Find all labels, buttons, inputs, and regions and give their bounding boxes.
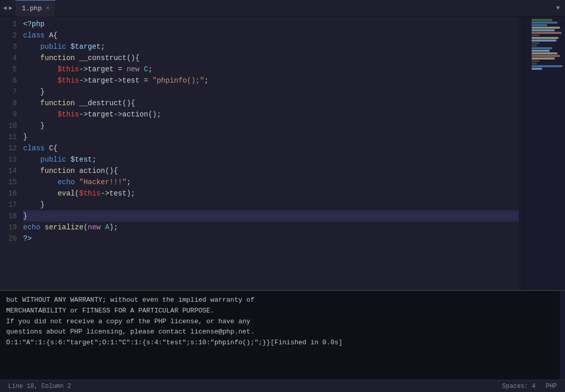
tab-close-button[interactable]: ×	[46, 6, 49, 11]
terminal-line: O:1:"A":1:{s:6:"target";O:1:"C":1:{s:4:"…	[6, 338, 554, 348]
code-line: function __destruct(){	[23, 97, 519, 109]
editor-scrollbar[interactable]	[519, 16, 524, 290]
line-numbers: 1234567891011121314151617181920	[0, 18, 23, 290]
tab-bar: ◀ ▶ 1.php × ▼	[0, 0, 565, 16]
line-number: 18	[0, 210, 17, 222]
terminal-line: but WITHOUT ANY WARRANTY; without even t…	[6, 295, 554, 306]
code-line: echo serialize(new A);	[23, 222, 519, 233]
line-number: 14	[0, 165, 17, 177]
line-number: 8	[0, 97, 17, 109]
code-line: }	[23, 120, 519, 131]
line-number: 10	[0, 120, 17, 131]
line-number: 4	[0, 52, 17, 64]
line-number: 12	[0, 143, 17, 154]
terminal-line: MERCHANTABILITY or FITNESS FOR A PARTICU…	[6, 306, 554, 317]
code-line: ?>	[23, 233, 519, 244]
line-number: 9	[0, 109, 17, 120]
terminal-line: If you did not receive a copy of the PHP…	[6, 317, 554, 327]
code-line: }	[23, 86, 519, 97]
code-line: <?php	[23, 18, 519, 30]
code-line: $this->target->action();	[23, 109, 519, 120]
tab-arrow-left-icon[interactable]: ◀	[3, 4, 7, 12]
line-number: 13	[0, 154, 17, 165]
line-number: 20	[0, 233, 17, 244]
code-line: function action(){	[23, 165, 519, 177]
line-number: 2	[0, 30, 17, 41]
line-number: 1	[0, 18, 17, 30]
terminal-area: but WITHOUT ANY WARRANTY; without even t…	[0, 290, 565, 380]
line-number: 3	[0, 41, 17, 52]
line-number: 11	[0, 131, 17, 143]
terminal-line: questions about PHP licensing, please co…	[6, 327, 554, 338]
terminal-output: but WITHOUT ANY WARRANTY; without even t…	[0, 291, 560, 380]
tab-arrow-right-icon[interactable]: ▶	[9, 4, 12, 12]
tab-1php[interactable]: 1.php ×	[15, 0, 56, 16]
code-line: }	[23, 199, 519, 210]
line-number: 6	[0, 75, 17, 86]
code-line: }	[23, 210, 519, 222]
editor-area: 1234567891011121314151617181920 <?phpcla…	[0, 16, 565, 290]
tab-navigation[interactable]: ◀ ▶	[0, 4, 15, 12]
minimap-preview	[532, 19, 562, 81]
line-number: 15	[0, 177, 17, 188]
tab-label: 1.php	[22, 5, 42, 12]
line-number: 5	[0, 64, 17, 75]
line-number: 17	[0, 199, 17, 210]
line-number: 19	[0, 222, 17, 233]
line-number: 16	[0, 188, 17, 199]
code-line: $this->target = new C;	[23, 64, 519, 75]
cursor-position: Line 18, Column 2	[8, 383, 71, 390]
tab-menu-icon[interactable]: ▼	[551, 5, 565, 12]
code-line: echo "Hacker!!!";	[23, 177, 519, 188]
code-line: public $test;	[23, 154, 519, 165]
code-line: eval($this->test);	[23, 188, 519, 199]
status-bar: Line 18, Column 2 Spaces: 4 PHP	[0, 380, 565, 392]
language-indicator: PHP	[545, 383, 557, 390]
code-line: }	[23, 131, 519, 143]
minimap	[524, 16, 565, 290]
line-number: 7	[0, 86, 17, 97]
code-editor[interactable]: 1234567891011121314151617181920 <?phpcla…	[0, 16, 519, 290]
code-line: $this->target->test = "phpinfo();";	[23, 75, 519, 86]
code-line: class A{	[23, 30, 519, 41]
status-right: Spaces: 4 PHP	[502, 383, 557, 390]
code-line: function __construct(){	[23, 52, 519, 64]
code-line: public $target;	[23, 41, 519, 52]
terminal-scrollbar[interactable]	[560, 291, 565, 380]
code-lines: <?phpclass A{ public $target; function _…	[23, 18, 519, 290]
spaces-indicator: Spaces: 4	[502, 383, 536, 390]
code-line: class C{	[23, 143, 519, 154]
